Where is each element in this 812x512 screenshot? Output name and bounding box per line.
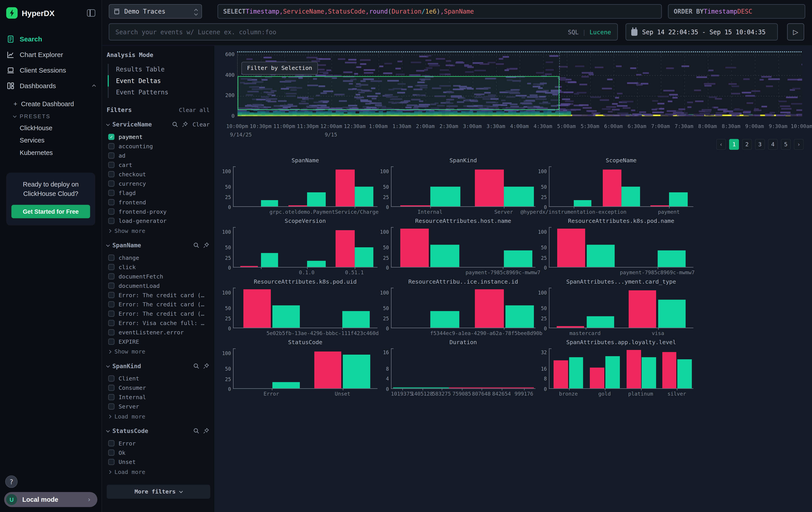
filter-group-name[interactable]: ServiceName [112,121,169,128]
filter-group-name[interactable]: SpanName [112,242,190,249]
filter-option-internal[interactable]: Internal [107,393,210,402]
run-query-button[interactable]: ▷ [787,23,804,41]
checkbox[interactable] [108,459,115,465]
filter-option-checkout[interactable]: checkout [107,170,210,179]
filter-option-payment[interactable]: ✓payment [107,132,210,141]
bar-green[interactable] [574,200,591,206]
presets-toggle[interactable]: PRESETS [0,110,102,122]
filter-option-client[interactable]: Client [107,374,210,383]
bar-green[interactable] [261,253,278,267]
page-button-3[interactable]: 3 [755,139,765,150]
bar-red[interactable] [590,367,604,388]
bar-red[interactable] [629,290,656,328]
bar-red[interactable] [662,352,676,388]
chart-plot[interactable] [391,227,535,268]
bar-red[interactable] [400,229,429,267]
filter-option-unset[interactable]: Unset [107,457,210,466]
chevron-down-icon[interactable] [106,364,110,367]
checkbox[interactable] [108,153,115,159]
filter-option-frontend[interactable]: frontend [107,197,210,207]
filter-option-load-generator[interactable]: load-generator [107,216,210,225]
select-columns-input[interactable]: SELECT Timestamp, ServiceName, StatusCod… [218,4,662,19]
bar-green[interactable] [669,192,688,206]
bar-green[interactable] [272,382,300,388]
bar-green[interactable] [272,306,300,328]
get-started-button[interactable]: Get Started for Free [11,205,90,219]
checkbox[interactable] [108,301,115,307]
pin-icon[interactable] [182,121,188,128]
filter-option-server[interactable]: Server [107,402,210,411]
filter-option-error-the-credit-card[interactable]: Error: The credit card (… [107,300,210,309]
bar-green[interactable] [658,300,686,328]
filter-option-cart[interactable]: cart [107,160,210,170]
chart-plot[interactable] [549,227,694,268]
filter-group-name[interactable]: StatusCode [112,427,190,434]
bar-green[interactable] [307,261,326,267]
filter-option-ok[interactable]: Ok [107,448,210,457]
sidebar-item-services[interactable]: Services [0,134,102,147]
page-button-4[interactable]: 4 [768,139,778,150]
filter-option-error[interactable]: Error [107,438,210,448]
bar-green[interactable] [621,186,640,206]
bar-red[interactable] [288,205,307,206]
bar-red[interactable] [336,170,354,206]
page-prev-button[interactable]: ‹ [716,139,726,150]
bar-green[interactable] [504,250,532,267]
page-button-1[interactable]: 1 [729,139,739,150]
bar-green[interactable] [342,311,370,328]
search-icon[interactable] [193,242,200,248]
bar-red[interactable] [603,170,621,206]
bar-green[interactable] [504,186,534,206]
checkbox[interactable] [108,162,115,168]
bar-green[interactable] [677,359,692,388]
sidebar-item-client-sessions[interactable]: Client Sessions [0,62,102,78]
bar-red[interactable] [626,350,641,388]
page-button-5[interactable]: 5 [781,139,791,150]
lang-lucene-toggle[interactable]: Lucene [589,28,611,36]
load-more-spankind[interactable]: Load more [107,411,210,420]
filter-option-expire[interactable]: EXPIRE [107,337,210,346]
sidebar-item-clickhouse[interactable]: ClickHouse [0,122,102,134]
checkbox[interactable] [108,292,115,298]
checkbox[interactable] [108,199,115,205]
chart-plot[interactable] [549,166,694,207]
checkbox[interactable] [108,320,115,326]
checkbox[interactable] [108,218,115,224]
bar-green[interactable] [505,306,534,328]
search-icon[interactable] [193,427,200,434]
bar-green[interactable] [343,355,370,388]
filter-option-ad[interactable]: ad [107,151,210,160]
bar-red[interactable] [244,289,271,327]
local-mode-button[interactable]: U Local mode › [4,492,97,507]
filter-option-frontend-proxy[interactable]: frontend-proxy [107,207,210,216]
search-input[interactable]: Search your events w/ Lucene ex. column:… [109,23,618,41]
more-filters-button[interactable]: More filters [107,485,210,499]
checkbox[interactable] [108,264,115,270]
checkbox[interactable] [108,403,115,410]
analysis-mode-event-patterns[interactable]: Event Patterns [109,87,210,98]
bar-green[interactable] [354,247,373,267]
bar-red[interactable] [400,205,431,206]
chevron-down-icon[interactable] [106,122,110,126]
analysis-mode-results-table[interactable]: Results Table [109,64,210,75]
checkbox[interactable] [108,311,115,317]
chart-plot[interactable] [549,288,694,328]
checkbox[interactable] [108,143,115,150]
search-icon[interactable] [193,362,200,369]
workspace-selector[interactable]: Demo Traces [109,4,202,19]
checkbox-checked[interactable]: ✓ [108,134,115,140]
filter-option-change[interactable]: change [107,253,210,263]
bar-red[interactable] [475,289,503,327]
filter-option-click[interactable]: click [107,262,210,272]
load-more-statuscode[interactable]: Load more [107,466,210,476]
bar-red[interactable] [556,326,584,328]
create-dashboard-button[interactable]: +Create Dashboard [0,98,102,110]
checkbox[interactable] [108,180,115,187]
pin-icon[interactable] [203,242,210,248]
checkbox[interactable] [108,375,115,381]
bar-green[interactable] [431,186,461,206]
filter-by-selection-button[interactable]: Filter by Selection [241,62,318,75]
checkbox[interactable] [108,208,115,215]
clear-filter-button[interactable]: Clear [193,121,210,128]
chart-plot[interactable] [233,348,378,389]
